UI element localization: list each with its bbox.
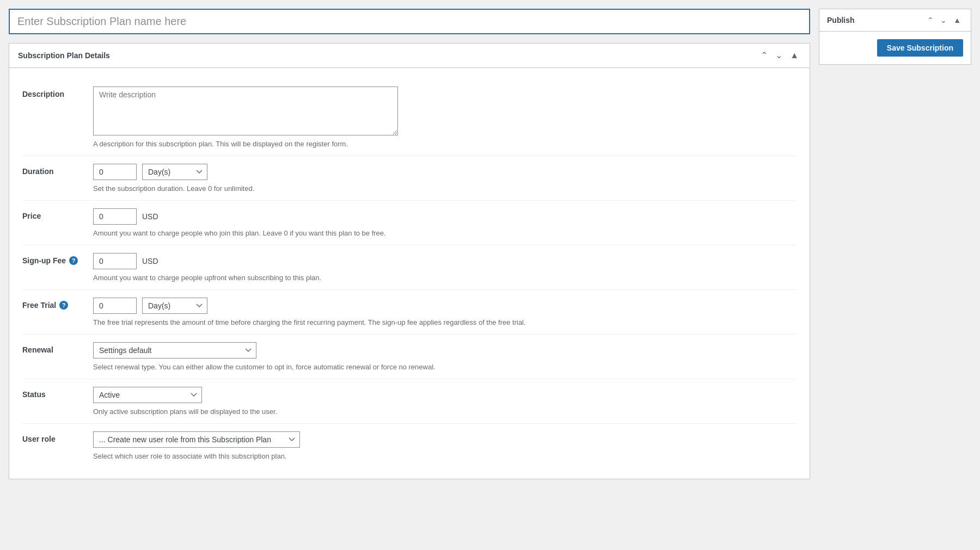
description-help: A description for this subscription plan… bbox=[93, 140, 797, 148]
status-row: Status Active Inactive Only active subsc… bbox=[22, 379, 797, 424]
free-trial-row: Free Trial ? Day(s) Week(s) Month(s) Yea… bbox=[22, 290, 797, 335]
card-controls: ⌃ ⌄ ▲ bbox=[758, 50, 801, 61]
duration-input[interactable] bbox=[93, 164, 137, 180]
price-help: Amount you want to charge people who joi… bbox=[93, 229, 797, 237]
price-currency: USD bbox=[142, 212, 158, 221]
renewal-select[interactable]: Settings default Customer opt-in Force a… bbox=[93, 342, 256, 359]
sidebar: Publish ⌃ ⌄ ▲ Save Subscription bbox=[819, 9, 971, 65]
free-trial-help-icon[interactable]: ? bbox=[59, 301, 68, 310]
publish-controls: ⌃ ⌄ ▲ bbox=[925, 15, 963, 26]
price-field: USD Amount you want to charge people who… bbox=[93, 208, 797, 237]
free-trial-help: The free trial represents the amount of … bbox=[93, 318, 797, 326]
plan-name-input[interactable] bbox=[9, 9, 810, 34]
signup-fee-help: Amount you want to charge people upfront… bbox=[93, 274, 797, 282]
description-field: A description for this subscription plan… bbox=[93, 86, 797, 148]
renewal-label: Renewal bbox=[22, 342, 93, 354]
publish-title: Publish bbox=[827, 16, 855, 24]
free-trial-label: Free Trial ? bbox=[22, 298, 93, 310]
publish-header: Publish ⌃ ⌄ ▲ bbox=[819, 9, 971, 32]
publish-card: Publish ⌃ ⌄ ▲ Save Subscription bbox=[819, 9, 971, 65]
signup-fee-row: Sign-up Fee ? USD Amount you want to cha… bbox=[22, 245, 797, 290]
user-role-select[interactable]: ... Create new user role from this Subsc… bbox=[93, 431, 300, 448]
card-body: Description A description for this subsc… bbox=[9, 68, 810, 479]
description-row: Description A description for this subsc… bbox=[22, 79, 797, 156]
user-role-label: User role bbox=[22, 431, 93, 443]
card-title: Subscription Plan Details bbox=[18, 51, 110, 60]
duration-field: Day(s) Week(s) Month(s) Year(s) Set the … bbox=[93, 164, 797, 193]
signup-fee-input[interactable] bbox=[93, 253, 137, 269]
price-row: Price USD Amount you want to charge peop… bbox=[22, 201, 797, 245]
card-header: Subscription Plan Details ⌃ ⌄ ▲ bbox=[9, 44, 810, 68]
status-help: Only active subscription plans will be d… bbox=[93, 407, 797, 416]
publish-up-button[interactable]: ⌃ bbox=[925, 15, 936, 26]
status-field: Active Inactive Only active subscription… bbox=[93, 387, 797, 416]
renewal-row: Renewal Settings default Customer opt-in… bbox=[22, 335, 797, 379]
duration-unit-select[interactable]: Day(s) Week(s) Month(s) Year(s) bbox=[142, 164, 207, 180]
collapse-toggle-button[interactable]: ▲ bbox=[788, 50, 801, 61]
signup-fee-help-icon[interactable]: ? bbox=[69, 256, 78, 265]
signup-fee-currency: USD bbox=[142, 257, 158, 265]
status-label: Status bbox=[22, 387, 93, 399]
renewal-help: Select renewal type. You can either allo… bbox=[93, 363, 797, 371]
save-subscription-button[interactable]: Save Subscription bbox=[877, 39, 963, 57]
description-textarea[interactable] bbox=[93, 86, 398, 135]
duration-label: Duration bbox=[22, 164, 93, 176]
user-role-help: Select which user role to associate with… bbox=[93, 452, 797, 460]
collapse-down-button[interactable]: ⌄ bbox=[773, 50, 785, 61]
description-label: Description bbox=[22, 86, 93, 98]
price-label: Price bbox=[22, 208, 93, 220]
renewal-field: Settings default Customer opt-in Force a… bbox=[93, 342, 797, 371]
duration-row: Duration Day(s) Week(s) Month(s) Year(s) bbox=[22, 156, 797, 201]
publish-body: Save Subscription bbox=[819, 32, 971, 64]
duration-help: Set the subscription duration. Leave 0 f… bbox=[93, 184, 797, 193]
publish-down-button[interactable]: ⌄ bbox=[938, 15, 949, 26]
free-trial-input[interactable] bbox=[93, 298, 137, 314]
status-select[interactable]: Active Inactive bbox=[93, 387, 202, 403]
signup-fee-field: USD Amount you want to charge people upf… bbox=[93, 253, 797, 282]
collapse-up-button[interactable]: ⌃ bbox=[758, 50, 770, 61]
signup-fee-label: Sign-up Fee ? bbox=[22, 253, 93, 265]
user-role-field: ... Create new user role from this Subsc… bbox=[93, 431, 797, 460]
publish-collapse-button[interactable]: ▲ bbox=[951, 15, 963, 26]
details-card: Subscription Plan Details ⌃ ⌄ ▲ Descript… bbox=[9, 43, 810, 479]
price-input[interactable] bbox=[93, 208, 137, 225]
free-trial-field: Day(s) Week(s) Month(s) Year(s) The free… bbox=[93, 298, 797, 326]
free-trial-unit-select[interactable]: Day(s) Week(s) Month(s) Year(s) bbox=[142, 298, 207, 314]
user-role-row: User role ... Create new user role from … bbox=[22, 424, 797, 468]
